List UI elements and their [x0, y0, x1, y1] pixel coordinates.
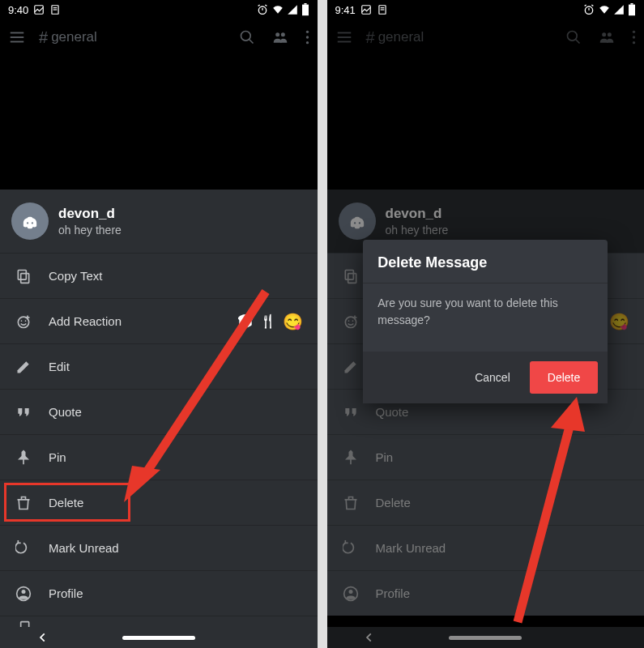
svg-line-6 [258, 5, 259, 6]
discord-icon [346, 210, 369, 232]
search-icon[interactable] [239, 29, 255, 45]
svg-point-18 [305, 36, 308, 38]
svg-rect-9 [304, 3, 306, 5]
svg-line-46 [576, 40, 580, 44]
svg-rect-8 [302, 5, 309, 16]
yum-emoji[interactable]: 😋 [283, 312, 303, 331]
profile-icon [15, 586, 32, 602]
back-button[interactable] [364, 632, 375, 643]
message-content: oh hey there [58, 224, 122, 237]
menu-add-reaction[interactable]: Add Reaction 🍞 🍴 😋 [0, 298, 318, 343]
home-pill[interactable] [449, 636, 522, 640]
menu-label: Profile [49, 586, 83, 600]
message-username: devon_d [386, 206, 449, 222]
photo-icon [360, 4, 372, 15]
pencil-icon [342, 359, 360, 375]
channel-title: #general [39, 28, 226, 47]
menu-icon[interactable] [8, 28, 26, 46]
menu-pin[interactable]: Pin [327, 434, 645, 480]
svg-point-13 [241, 32, 250, 41]
nav-bar [0, 627, 318, 648]
pin-icon [15, 450, 32, 466]
home-pill[interactable] [122, 636, 195, 640]
search-icon[interactable] [565, 29, 582, 45]
discord-icon [19, 210, 41, 232]
menu-label: Edit [49, 360, 70, 373]
menu-profile[interactable]: Profile [0, 570, 318, 616]
trash-icon [15, 495, 32, 511]
svg-rect-20 [21, 273, 29, 283]
svg-rect-53 [345, 270, 353, 279]
menu-delete[interactable]: Delete [0, 480, 318, 525]
menu-mark-unread[interactable]: Mark Unread [0, 525, 318, 570]
svg-line-39 [591, 5, 593, 6]
modal-body: Are you sure you want to delete this mes… [363, 283, 608, 352]
menu-label: Mark Unread [49, 541, 119, 555]
svg-point-24 [25, 320, 27, 322]
more-icon[interactable] [632, 29, 636, 45]
pencil-icon [15, 359, 32, 375]
modal-actions: Cancel Delete [363, 352, 608, 403]
avatar [11, 202, 49, 240]
menu-copy-text[interactable]: Copy Text [0, 253, 318, 298]
members-icon[interactable] [598, 29, 616, 45]
alarm-icon [256, 3, 269, 16]
empty-space [327, 55, 645, 190]
channel-title: #general [366, 28, 553, 47]
svg-point-55 [348, 320, 349, 322]
message-username: devon_d [58, 206, 122, 222]
menu-edit[interactable]: Edit [0, 343, 318, 389]
menu-quote[interactable]: Quote [0, 389, 318, 434]
menu-pin[interactable]: Pin [0, 434, 318, 480]
doc-icon [377, 4, 388, 15]
menu-label: Quote [49, 405, 82, 419]
message-preview: devon_d oh hey there [0, 190, 318, 253]
menu-delete[interactable]: Delete [327, 480, 645, 525]
menu-label: Pin [49, 450, 66, 464]
hash-icon: # [39, 28, 48, 47]
menu-label: Mark Unread [376, 541, 446, 555]
svg-point-28 [22, 590, 26, 594]
fork-knife-icon[interactable]: 🍴 [260, 313, 276, 329]
yum-emoji[interactable]: 😋 [609, 312, 629, 331]
cancel-button[interactable]: Cancel [462, 363, 523, 392]
svg-rect-41 [630, 3, 633, 5]
reaction-icon [342, 313, 360, 330]
svg-rect-0 [35, 6, 44, 15]
signal-icon [613, 4, 625, 15]
svg-point-19 [305, 41, 308, 44]
context-menu: Copy Text Add Reaction 🍞 🍴 😋 Edit Quote … [0, 253, 318, 632]
bread-icon[interactable]: 🍞 [237, 313, 254, 329]
svg-line-38 [585, 5, 586, 6]
menu-label: Quote [376, 405, 409, 419]
wifi-icon [599, 4, 610, 15]
nav-bar [327, 627, 645, 648]
pin-icon [342, 450, 360, 466]
copy-icon [342, 268, 360, 284]
back-button[interactable] [37, 632, 49, 643]
svg-point-48 [608, 32, 612, 36]
menu-mark-unread[interactable]: Mark Unread [327, 525, 645, 570]
menu-label: Copy Text [49, 269, 102, 283]
status-bar: 9:40 [0, 0, 318, 19]
members-icon[interactable] [271, 29, 289, 45]
svg-point-51 [633, 41, 635, 44]
svg-rect-21 [18, 270, 26, 279]
trash-icon [342, 495, 360, 511]
delete-button[interactable]: Delete [530, 361, 598, 394]
svg-line-7 [265, 5, 267, 6]
svg-point-15 [275, 32, 279, 36]
svg-point-49 [633, 31, 635, 33]
wifi-icon [272, 4, 284, 15]
svg-point-56 [352, 320, 353, 322]
svg-point-47 [602, 32, 606, 36]
quote-icon [15, 404, 32, 420]
quote-icon [342, 404, 360, 420]
more-icon[interactable] [305, 29, 309, 45]
status-bar: 9:41 [327, 0, 645, 19]
reaction-suggestions: 🍞 🍴 😋 [237, 312, 303, 331]
doc-icon [49, 4, 61, 15]
menu-profile[interactable]: Profile [327, 570, 645, 616]
menu-icon[interactable] [335, 28, 353, 46]
svg-point-23 [21, 320, 23, 322]
